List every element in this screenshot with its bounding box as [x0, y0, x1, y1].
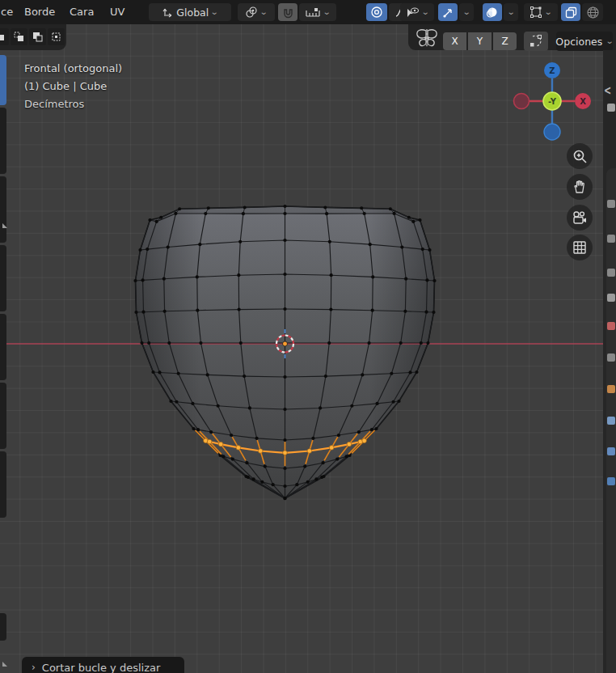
gizmo-options-dropdown[interactable]: ⌄	[459, 3, 474, 21]
viewport-header: ce Borde Cara UV Global ⌄ ⌄ ⌄	[0, 0, 616, 24]
menu-vertice-clipped[interactable]: ce	[1, 6, 13, 18]
units-text: Decímetros	[24, 95, 122, 113]
chevron-down-icon: ⌄	[259, 8, 268, 16]
dashed-circle-icon	[529, 34, 543, 49]
properties-tab-icon[interactable]	[607, 417, 615, 425]
overlays-icon	[486, 6, 499, 19]
chevron-down-icon: ⌄	[507, 8, 516, 16]
navigation-gizmo[interactable]: X Z -Y	[508, 55, 598, 142]
movie-camera-icon	[572, 210, 588, 226]
tool-tab[interactable]	[0, 176, 6, 243]
object-visibility-dropdown[interactable]: ⌄	[400, 3, 434, 21]
chevron-down-icon: ⌄	[210, 8, 219, 16]
select-mode-invert-button[interactable]	[48, 28, 65, 45]
magnet-icon	[282, 6, 294, 19]
chevron-down-icon: ⌄	[421, 8, 430, 16]
properties-tab-icon[interactable]	[607, 104, 615, 112]
menu-borde[interactable]: Borde	[24, 6, 55, 18]
viewport-info-text: Frontal (ortogonal) (1) Cube | Cube Decí…	[24, 60, 122, 113]
gizmo-minus-x-ball[interactable]	[514, 94, 530, 109]
snap-base-button[interactable]	[524, 32, 548, 51]
tool-tab[interactable]	[0, 245, 6, 311]
gizmo-minus-z-ball[interactable]	[544, 124, 560, 140]
select-subtract-icon	[32, 32, 43, 42]
zoom-button[interactable]	[567, 143, 593, 169]
pivot-point-dropdown[interactable]: ⌄	[238, 3, 275, 21]
mirror-y-toggle[interactable]: Y	[468, 32, 492, 50]
show-gizmo-toggle[interactable]	[438, 3, 458, 21]
menu-uv[interactable]: UV	[110, 6, 124, 18]
mirror-z-toggle[interactable]: Z	[493, 32, 517, 50]
tool-tab[interactable]	[0, 613, 6, 641]
chevron-down-icon: ⌄	[544, 8, 553, 16]
region-resize-handle[interactable]	[2, 223, 7, 228]
transform-orientation-dropdown[interactable]: Global ⌄	[149, 3, 231, 21]
menu-cara[interactable]: Cara	[70, 6, 94, 18]
cursor-eye-icon	[406, 6, 420, 19]
chevron-down-icon: ⌄	[323, 8, 331, 16]
orthographic-toggle-button[interactable]	[567, 235, 593, 260]
operator-expand-icon[interactable]: ›	[32, 662, 36, 673]
gizmo-z-label: Z	[549, 66, 555, 75]
properties-tab-icon[interactable]	[607, 477, 615, 485]
chevron-down-icon: ⌄	[462, 8, 471, 16]
snap-increment-icon	[305, 6, 321, 19]
blender-window: { "menubar": { "menus": [ {"label": "ce"…	[0, 0, 616, 673]
wireframe-globe-icon	[586, 6, 600, 19]
select-mode-group	[0, 24, 66, 50]
operator-panel[interactable]: › Cortar bucle y deslizar	[22, 657, 184, 673]
select-mode-extend-button[interactable]	[11, 28, 27, 45]
properties-tab-icon[interactable]	[607, 322, 615, 330]
properties-tab-icon[interactable]	[607, 269, 615, 277]
symmetry-butterfly-icon	[414, 28, 440, 49]
active-tool-tab[interactable]	[0, 55, 6, 105]
pivot-icon	[245, 6, 258, 19]
tool-tab[interactable]	[0, 383, 6, 449]
bullseye-icon	[370, 6, 383, 19]
properties-tab-icon[interactable]	[607, 385, 615, 393]
properties-tab-icon[interactable]	[607, 235, 615, 243]
select-mode-new-button[interactable]	[0, 28, 9, 45]
gizmo-arrow-icon	[442, 6, 454, 19]
select-invert-icon	[51, 32, 61, 42]
show-overlays-toggle[interactable]	[483, 3, 502, 21]
orientation-value: Global	[176, 6, 209, 19]
tool-tab[interactable]	[0, 451, 6, 518]
active-object-text: (1) Cube | Cube	[24, 78, 122, 95]
shading-wireframe-button[interactable]	[582, 3, 603, 21]
select-mode-subtract-button[interactable]	[29, 28, 46, 45]
proportional-editing-toggle[interactable]	[366, 3, 387, 21]
grid-icon	[572, 240, 587, 255]
mirror-x-toggle[interactable]: X	[443, 32, 466, 50]
operator-panel-label: Cortar bucle y deslizar	[42, 662, 161, 673]
properties-tab-icon[interactable]	[607, 447, 615, 455]
region-resize-handle[interactable]	[2, 662, 7, 667]
gizmo-x-label: X	[580, 97, 586, 106]
hand-icon	[572, 180, 587, 194]
box-vertices-icon	[530, 6, 542, 19]
gizmo-y-label: -Y	[548, 97, 557, 106]
view-name-text: Frontal (ortogonal)	[24, 60, 122, 78]
tool-tab[interactable]	[0, 314, 6, 380]
pan-button[interactable]	[567, 174, 593, 200]
select-new-icon	[0, 32, 6, 42]
properties-tab-icon[interactable]	[607, 294, 615, 302]
sidebar-collapse-icon[interactable]: <	[604, 83, 611, 98]
tool-options-dropdown[interactable]: Opciones ⌄	[556, 32, 613, 51]
toolbar-collapsed-strip[interactable]	[0, 50, 6, 673]
tool-tab[interactable]	[0, 108, 6, 174]
properties-tab-icon[interactable]	[607, 353, 615, 362]
snap-target-dropdown[interactable]: ⌄	[299, 3, 336, 21]
magnifier-plus-icon	[572, 149, 588, 164]
overlays-options-dropdown[interactable]: ⌄	[504, 3, 518, 21]
xray-icon	[565, 6, 577, 19]
options-label: Opciones	[555, 36, 602, 48]
mesh-edit-overlay-dropdown[interactable]: ⌄	[524, 3, 558, 21]
select-extend-icon	[14, 32, 24, 42]
camera-view-button[interactable]	[567, 205, 593, 231]
properties-tab-icon[interactable]	[607, 200, 615, 208]
properties-tabs-strip[interactable]: <	[603, 50, 616, 673]
toggle-xray-button[interactable]	[561, 3, 580, 21]
orientation-axes-icon	[162, 6, 174, 19]
snap-toggle[interactable]	[278, 3, 297, 21]
